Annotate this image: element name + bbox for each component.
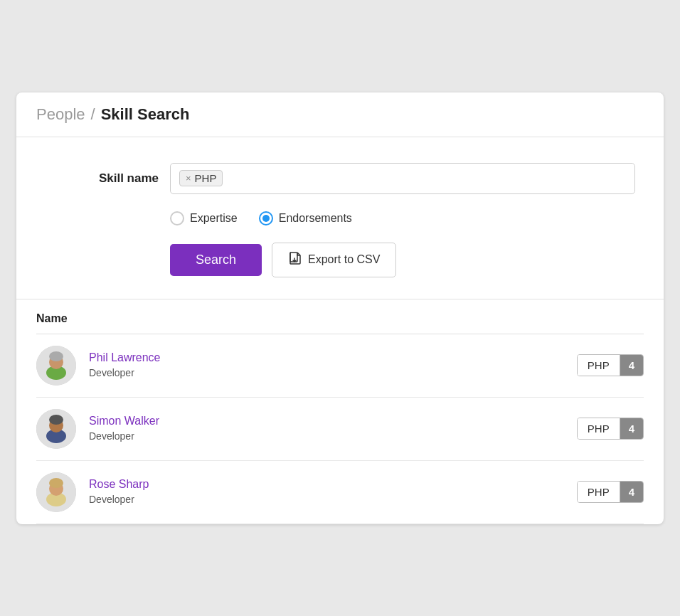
export-csv-button[interactable]: Export to CSV [272,243,396,277]
person-list: Phil LawrenceDeveloperPHP4 Simon WalkerD… [36,334,644,524]
person-role: Developer [89,494,134,505]
person-name[interactable]: Simon Walker [89,415,577,428]
table-row: Simon WalkerDeveloperPHP4 [36,398,644,461]
person-info: Rose SharpDeveloper [89,478,577,506]
skill-badge: PHP4 [577,418,644,440]
table-row: Phil LawrenceDeveloperPHP4 [36,334,644,398]
breadcrumb-people[interactable]: People [36,105,85,124]
skill-input-box[interactable]: × PHP [170,163,635,194]
buttons-row: Search Export to CSV [170,243,635,277]
person-info: Simon WalkerDeveloper [89,415,577,442]
export-csv-label: Export to CSV [308,253,380,266]
results-section: Name Phil LawrenceDeveloperPHP4 Simon Wa… [16,299,664,524]
radio-endorsements-circle[interactable] [259,211,273,225]
table-row: Rose SharpDeveloperPHP4 [36,461,644,524]
radio-row: Expertise Endorsements [170,211,635,225]
radio-expertise-label: Expertise [190,212,238,225]
skill-badge: PHP4 [577,354,644,376]
person-role: Developer [89,367,134,378]
skill-badge-label: PHP [578,418,620,439]
person-name[interactable]: Rose Sharp [89,478,577,491]
breadcrumb: People / Skill Search [16,92,664,137]
svg-point-12 [49,478,63,488]
person-info: Phil LawrenceDeveloper [89,351,577,379]
svg-point-8 [49,415,63,425]
breadcrumb-separator: / [91,105,95,124]
skill-name-label: Skill name [45,171,159,186]
skill-tag-label: PHP [195,172,217,184]
skill-badge: PHP4 [577,481,644,503]
svg-point-4 [49,351,63,361]
avatar [36,346,76,386]
skill-tag: × PHP [179,170,223,186]
skill-badge-label: PHP [578,355,620,376]
export-icon [288,251,302,269]
radio-endorsements[interactable]: Endorsements [259,211,352,225]
skill-name-row: Skill name × PHP [45,163,635,194]
skill-badge-count: 4 [620,482,643,502]
person-role: Developer [89,430,134,442]
skill-tag-remove[interactable]: × [186,173,191,184]
results-column-name: Name [36,299,644,334]
avatar [36,409,76,449]
radio-expertise-circle[interactable] [170,211,184,225]
search-button[interactable]: Search [170,244,262,276]
breadcrumb-current: Skill Search [101,105,190,124]
main-card: People / Skill Search Skill name × PHP E… [16,92,664,524]
radio-expertise[interactable]: Expertise [170,211,238,225]
form-section: Skill name × PHP Expertise Endorsements … [16,137,664,299]
skill-badge-count: 4 [620,418,643,439]
radio-endorsements-label: Endorsements [279,212,352,225]
skill-badge-label: PHP [578,482,620,502]
person-name[interactable]: Phil Lawrence [89,351,577,364]
avatar [36,472,76,512]
skill-badge-count: 4 [620,355,643,376]
